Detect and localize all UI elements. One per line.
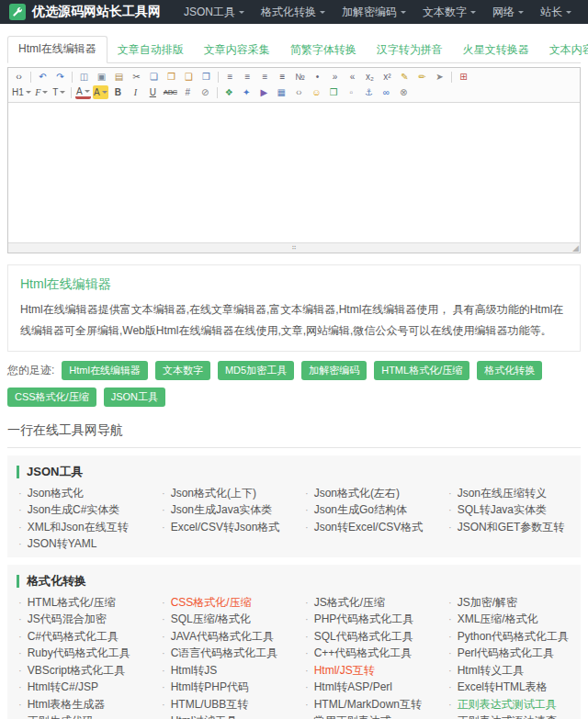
flash-icon[interactable]: ✦ bbox=[239, 85, 254, 99]
align-right-icon[interactable]: ≡ bbox=[257, 70, 273, 84]
tool-link[interactable]: ·Json生成Java实体类 bbox=[151, 501, 294, 519]
tab-文章内容采集[interactable]: 文章内容采集 bbox=[194, 38, 280, 63]
tool-link[interactable]: ·Ruby代码格式化工具 bbox=[7, 645, 151, 662]
source-code-icon[interactable]: ‹› bbox=[11, 70, 27, 84]
tool-link[interactable]: ·Html转C#/JSP bbox=[7, 679, 151, 696]
align-left-icon[interactable]: ≡ bbox=[222, 70, 238, 84]
insert-code-icon[interactable]: ‹› bbox=[291, 85, 307, 99]
superscript-icon[interactable]: x² bbox=[379, 70, 395, 84]
editor-resize-handle[interactable]: ∷ bbox=[292, 243, 297, 253]
cut-icon[interactable]: ✂ bbox=[129, 70, 144, 84]
tool-link[interactable]: ·Json格式化 bbox=[7, 485, 151, 502]
top-menu-item[interactable]: 站长 bbox=[540, 5, 571, 20]
tool-link[interactable]: ·正则表达式测试工具 bbox=[437, 696, 581, 713]
tab-Html在线编辑器[interactable]: Html在线编辑器 bbox=[7, 36, 107, 63]
print-icon[interactable]: ▣ bbox=[94, 70, 109, 84]
tool-link[interactable]: ·Html/JS互转 bbox=[294, 662, 437, 680]
tool-link[interactable]: ·Html转ASP/Perl bbox=[294, 679, 437, 696]
align-center-icon[interactable]: ≡ bbox=[240, 70, 255, 84]
media-icon[interactable]: ▶ bbox=[256, 85, 272, 99]
indent-icon[interactable]: » bbox=[327, 70, 343, 84]
redo-icon[interactable]: ↷ bbox=[52, 70, 68, 84]
tool-link[interactable]: ·常用正则表达式 bbox=[294, 713, 437, 719]
footprint-tag[interactable]: 文本数字 bbox=[155, 361, 210, 380]
tool-link[interactable]: ·Html转JS bbox=[151, 662, 294, 680]
tool-link[interactable]: ·Python代码格式化工具 bbox=[437, 628, 581, 646]
unordered-list-icon[interactable]: • bbox=[310, 70, 325, 84]
tool-link[interactable]: ·JS代码混合加密 bbox=[7, 611, 151, 628]
footprint-tag[interactable]: 加解密编码 bbox=[301, 361, 367, 380]
editor-content-area[interactable] bbox=[8, 103, 580, 242]
tool-link[interactable]: ·VBScript格式化工具 bbox=[7, 662, 151, 680]
anchor-icon[interactable]: ⚓ bbox=[361, 85, 377, 99]
underline-icon[interactable]: U bbox=[145, 85, 161, 99]
preview-icon[interactable]: ◫ bbox=[76, 70, 92, 84]
tool-link[interactable]: ·JS加密/解密 bbox=[437, 594, 581, 612]
tool-link[interactable]: ·正则生成代码 bbox=[7, 713, 151, 719]
image-icon[interactable]: ❖ bbox=[221, 85, 237, 99]
tool-link[interactable]: ·HTML格式化/压缩 bbox=[7, 594, 151, 612]
paste-text-icon[interactable]: ❑ bbox=[181, 70, 197, 84]
outdent-icon[interactable]: « bbox=[345, 70, 360, 84]
italic-icon[interactable]: I bbox=[128, 85, 143, 99]
select-all-icon[interactable]: ➤ bbox=[432, 70, 447, 84]
hr-icon[interactable]: # bbox=[180, 85, 196, 99]
template-icon[interactable]: ▤ bbox=[111, 70, 127, 84]
tool-link[interactable]: ·Excel转HTML表格 bbox=[437, 679, 581, 696]
footprint-tag[interactable]: MD5加密工具 bbox=[218, 361, 294, 380]
heading-select[interactable]: H1 bbox=[11, 85, 32, 99]
tool-link[interactable]: ·C#代码格式化工具 bbox=[7, 628, 151, 646]
top-menu-item[interactable]: JSON工具 bbox=[184, 5, 244, 20]
tool-link[interactable]: ·Perl代码格式化工具 bbox=[437, 645, 581, 662]
text-color-icon[interactable]: A bbox=[75, 86, 91, 99]
bold-icon[interactable]: B bbox=[110, 85, 126, 99]
top-menu-item[interactable]: 网络 bbox=[492, 5, 524, 20]
tool-link[interactable]: ·JAVA代码格式化工具 bbox=[151, 628, 294, 646]
tool-link[interactable]: ·Json在线压缩转义 bbox=[437, 485, 581, 502]
font-size-select[interactable]: T bbox=[51, 85, 67, 99]
tool-link[interactable]: ·Html转PHP代码 bbox=[151, 679, 294, 696]
highlight-color-icon[interactable]: A bbox=[93, 85, 108, 99]
tool-link[interactable]: ·Json生成Go结构体 bbox=[294, 501, 437, 519]
align-justify-icon[interactable]: ≡ bbox=[275, 70, 290, 84]
tool-link[interactable]: ·PHP代码格式化工具 bbox=[294, 611, 437, 628]
top-menu-item[interactable]: 加解密编码 bbox=[342, 5, 406, 20]
tool-link[interactable]: ·HTML/UBB互转 bbox=[151, 696, 294, 713]
multi-image-icon[interactable]: ❒ bbox=[326, 85, 342, 99]
top-menu-item[interactable]: 格式化转换 bbox=[261, 5, 325, 20]
tool-link[interactable]: ·Html转义工具 bbox=[437, 662, 581, 680]
undo-icon[interactable]: ↶ bbox=[35, 70, 51, 84]
tool-link[interactable]: ·JSON转YAML bbox=[7, 535, 151, 553]
footprint-tag[interactable]: JSON工具 bbox=[104, 388, 165, 407]
tool-link[interactable]: ·正则表达式语法速查 bbox=[437, 713, 581, 719]
footprint-tag[interactable]: CSS格式化/压缩 bbox=[7, 388, 96, 407]
tab-简繁字体转换[interactable]: 简繁字体转换 bbox=[280, 38, 367, 63]
tool-link[interactable]: ·XML和Json在线互转 bbox=[7, 519, 151, 536]
tab-汉字转为拼音[interactable]: 汉字转为拼音 bbox=[367, 38, 453, 63]
tool-link[interactable]: ·Json格式化(左右) bbox=[294, 485, 437, 502]
strikethrough-icon[interactable]: ABC bbox=[163, 85, 178, 99]
unlink-icon[interactable]: ⊗ bbox=[396, 85, 412, 99]
tool-link[interactable]: ·SQL压缩/格式化 bbox=[151, 611, 294, 628]
format-brush-icon[interactable]: ✎ bbox=[397, 70, 413, 84]
tab-火星文转换器[interactable]: 火星文转换器 bbox=[453, 38, 539, 63]
tool-link[interactable]: ·SQL代码格式化工具 bbox=[294, 628, 437, 646]
tool-link[interactable]: ·SQL转Java实体类 bbox=[437, 501, 581, 519]
footprint-tag[interactable]: HTML格式化/压缩 bbox=[374, 361, 469, 380]
table-icon[interactable]: ▦ bbox=[274, 85, 289, 99]
tool-link[interactable]: ·Json转Excel/CSV格式 bbox=[294, 519, 437, 536]
link-icon[interactable]: ∞ bbox=[379, 85, 394, 99]
site-logo[interactable] bbox=[9, 4, 26, 20]
tool-link[interactable]: ·C++代码格式化工具 bbox=[294, 645, 437, 662]
editor-corner-resize-icon[interactable]: ◢ bbox=[572, 244, 579, 253]
tool-link[interactable]: ·C语言代码格式化工具 bbox=[151, 645, 294, 662]
copy-icon[interactable]: ❏ bbox=[146, 70, 162, 84]
tool-link[interactable]: ·XML压缩/格式化 bbox=[437, 611, 581, 628]
tool-link[interactable]: ·Html过滤工具 bbox=[151, 713, 294, 719]
footprint-tag[interactable]: 格式化转换 bbox=[477, 361, 542, 380]
tool-link[interactable]: ·Html表格生成器 bbox=[7, 696, 151, 713]
tool-link[interactable]: ·Json生成C#实体类 bbox=[7, 501, 151, 519]
tool-link[interactable]: ·Json格式化(上下) bbox=[151, 485, 294, 502]
tool-link[interactable]: ·JS格式化/压缩 bbox=[294, 594, 437, 612]
top-menu-item[interactable]: 文本数字 bbox=[423, 5, 476, 20]
